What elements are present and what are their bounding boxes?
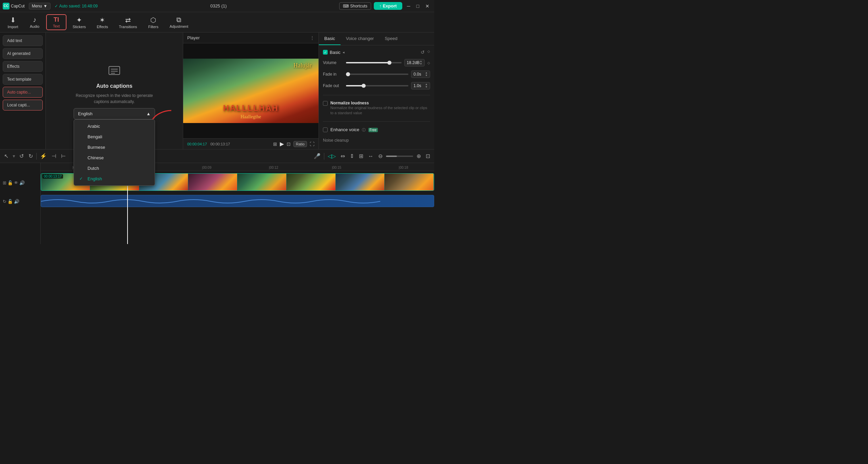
filters-label: Filters [148, 25, 158, 29]
player-menu-icon[interactable]: ⋮ [310, 35, 314, 40]
lang-option-burmese[interactable]: Burmese [74, 142, 155, 153]
tool-filters[interactable]: ⬡ Filters [143, 14, 163, 31]
volume-keyframe-icon[interactable]: ◇ [427, 61, 430, 65]
crop-end-button[interactable]: ⊢ [60, 152, 67, 161]
fade-out-down-arrow[interactable]: ▼ [425, 86, 428, 88]
tab-basic[interactable]: Basic [319, 33, 341, 45]
fullscreen-button[interactable]: ⛶ [310, 141, 314, 147]
fade-in-slider[interactable] [346, 74, 408, 75]
redo-button[interactable]: ↻ [27, 152, 34, 161]
microphone-button[interactable]: 🎤 [312, 152, 322, 161]
autosave-text: Auto saved: 16:48:09 [59, 4, 98, 8]
tab-voice-changer[interactable]: Voice changer [341, 33, 379, 45]
tab-speed[interactable]: Speed [379, 33, 403, 45]
sidebar-item-text-template[interactable]: Text template [3, 74, 43, 85]
split-center-button[interactable]: ⇔ [339, 152, 346, 161]
reset-icon[interactable]: ↺ [421, 49, 425, 55]
basic-section-title: ✓ Basic ◂ [323, 50, 345, 55]
sidebar-item-effects[interactable]: Effects [3, 61, 43, 72]
timeline-zoom-fill [386, 156, 397, 157]
play-button[interactable]: ▶ [280, 141, 284, 147]
divider-1 [323, 95, 430, 95]
video-track-lock-icon[interactable]: 🔓 [7, 180, 13, 185]
normalize-row: Normalize loudness Normalize the origina… [323, 101, 430, 116]
fade-in-down-arrow[interactable]: ▼ [425, 74, 428, 77]
volume-slider[interactable] [346, 62, 402, 63]
magnet-left-button[interactable]: ◁▷ [326, 152, 337, 161]
close-button[interactable]: ✕ [423, 3, 431, 9]
select-tool-button[interactable]: ↖ [3, 152, 10, 161]
zoom-out-button[interactable]: ⊖ [377, 152, 384, 161]
tool-import[interactable]: ⬇ Import [3, 14, 23, 31]
undo-button[interactable]: ↺ [18, 152, 25, 161]
noise-cleanup-label: Noise cleanup [323, 137, 430, 143]
normalize-checkbox[interactable] [323, 101, 328, 106]
ruler-mark-09: |00:09 [202, 166, 212, 169]
ratio-button[interactable]: Ratio [293, 141, 307, 147]
main-area: Add text AI generated Effects Text templ… [0, 33, 434, 149]
zoom-in-button[interactable]: ⊕ [415, 152, 422, 161]
fade-out-value: 1.0s ▲ ▼ [411, 82, 430, 89]
player-title: Player [187, 35, 200, 40]
tool-audio[interactable]: ♪ Audio [24, 14, 45, 31]
tool-stickers[interactable]: ✦ Stickers [68, 14, 91, 31]
fade-in-value-text: 0.0s [413, 72, 421, 77]
tool-adjustment[interactable]: ⧉ Adjustment [165, 14, 193, 31]
video-track-audio-icon[interactable]: 🔊 [19, 180, 25, 185]
fade-out-slider[interactable] [346, 85, 408, 86]
audio-label: Audio [30, 24, 39, 28]
fade-in-label: Fade in [323, 72, 343, 77]
basic-checkbox[interactable]: ✓ [323, 50, 328, 55]
volume-down-arrow[interactable]: ▼ [420, 63, 422, 65]
effects-sidebar-label: Effects [7, 64, 19, 69]
autosave-check-icon: ✓ [55, 4, 58, 8]
volume-value-text: 18.2dB [407, 60, 420, 65]
maximize-button[interactable]: □ [414, 3, 421, 9]
tool-effects[interactable]: ✶ Effects [92, 14, 113, 31]
audio-icon: ♪ [33, 16, 36, 24]
language-select-button[interactable]: English ▲ [74, 108, 155, 119]
fit-button[interactable]: ⊡ [424, 152, 431, 161]
lang-option-english[interactable]: ✓ English [74, 174, 155, 184]
sidebar-item-auto-captions[interactable]: Auto captio... [3, 87, 43, 98]
menu-chevron-icon: ▼ [43, 4, 47, 8]
normalize-text: Normalize loudness Normalize the origina… [330, 101, 430, 116]
align-button[interactable]: ⊞ [358, 152, 365, 161]
tool-text[interactable]: TI Text [46, 14, 66, 30]
sidebar-item-ai-generated[interactable]: AI generated [3, 48, 43, 59]
audio-track-loop-icon: ↻ [3, 199, 6, 204]
export-label: Export [383, 3, 397, 8]
text-label: Text [53, 24, 60, 28]
shortcuts-button[interactable]: ⌨ Shortcuts [339, 2, 371, 10]
fade-out-arrows[interactable]: ▲ ▼ [425, 83, 428, 88]
lang-option-chinese[interactable]: Chinese [74, 153, 155, 163]
screenshot-button[interactable]: ⊡ [287, 141, 291, 147]
effects-label: Effects [97, 25, 108, 29]
split-button[interactable]: ⚡ [39, 152, 48, 161]
gap-button[interactable]: ↔ [367, 152, 375, 161]
lang-option-bengali[interactable]: Bengali [74, 132, 155, 142]
split-right-button[interactable]: ⇕ [348, 152, 355, 161]
minimize-button[interactable]: ─ [405, 3, 412, 9]
audio-track-volume-icon[interactable]: 🔊 [14, 199, 19, 204]
fade-in-arrows[interactable]: ▲ ▼ [425, 72, 428, 77]
volume-arrows[interactable]: ▲ ▼ [420, 60, 422, 65]
video-track-eye-icon[interactable]: 👁 [14, 180, 18, 185]
keyframe-icon[interactable]: ◇ [427, 49, 430, 55]
timeline-zoom-slider[interactable] [386, 156, 413, 157]
tool-transitions[interactable]: ⇄ Transitions [114, 14, 142, 31]
sidebar-item-add-text[interactable]: Add text [3, 35, 43, 46]
effects-icon: ✶ [99, 16, 105, 24]
video-overlay-text: Halujár [293, 62, 312, 69]
sidebar-item-local-captions[interactable]: Local capti... [3, 100, 43, 110]
crop-start-button[interactable]: ⊣ [50, 152, 58, 161]
enhance-voice-checkbox[interactable] [323, 127, 328, 132]
lang-option-dutch[interactable]: Dutch [74, 163, 155, 174]
lang-option-arabic[interactable]: Arabic [74, 121, 155, 132]
grid-view-button[interactable]: ⊞ [273, 141, 277, 147]
audio-track-lock-icon[interactable]: 🔓 [7, 199, 13, 204]
timeline-tools-left: ↖ ▼ ↺ ↻ ⚡ ⊣ ⊢ [3, 152, 67, 161]
menu-button[interactable]: Menu ▼ [29, 3, 51, 9]
audio-clip[interactable] [41, 195, 434, 207]
export-button[interactable]: ↑ Export [374, 2, 402, 10]
